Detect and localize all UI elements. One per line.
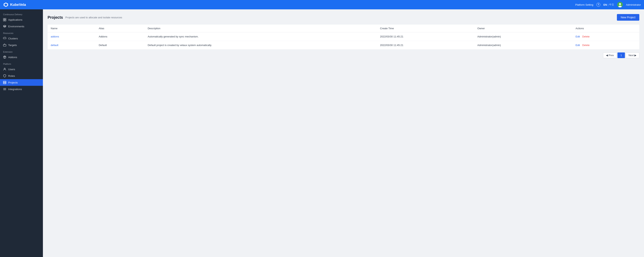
svg-rect-8 bbox=[5, 20, 6, 21]
lang-zh[interactable]: 中文 bbox=[609, 3, 614, 6]
table-icon bbox=[3, 81, 6, 84]
layout: Continuous DeliveryApplicationsEnvironme… bbox=[0, 9, 644, 257]
grid-icon bbox=[3, 18, 6, 21]
language-switcher[interactable]: EN | 中文 bbox=[604, 3, 614, 6]
lang-en[interactable]: EN bbox=[604, 3, 607, 6]
projects-table-container: Name Alias Description Create Time Owner… bbox=[48, 24, 639, 49]
sidebar-item-projects[interactable]: Projects bbox=[0, 79, 43, 86]
menu-icon bbox=[3, 88, 6, 91]
next-button[interactable]: Next ▶ bbox=[626, 52, 639, 58]
col-create-time: Create Time bbox=[377, 24, 474, 32]
col-alias: Alias bbox=[96, 24, 144, 32]
sidebar-section-label: Platform bbox=[0, 60, 43, 66]
sidebar-item-label: Applications bbox=[8, 18, 22, 21]
project-actions: EditDelete bbox=[572, 32, 639, 41]
sidebar-item-addons[interactable]: Addons bbox=[0, 54, 43, 60]
project-actions: EditDelete bbox=[572, 41, 639, 50]
sidebar-item-label: Targets bbox=[8, 44, 17, 46]
project-create-time: 2022/03/30 11:45:21 bbox=[377, 32, 474, 41]
cloud-icon bbox=[3, 37, 6, 40]
project-owner: Administrator(admin) bbox=[474, 41, 572, 50]
col-actions: Actions bbox=[572, 24, 639, 32]
sidebar-item-roles[interactable]: Roles bbox=[0, 72, 43, 79]
user-name: Administrator bbox=[626, 3, 641, 6]
sidebar-item-label: Projects bbox=[8, 81, 18, 84]
col-owner: Owner bbox=[474, 24, 572, 32]
platform-setting-link[interactable]: Platform Setting bbox=[575, 3, 593, 6]
shield-icon bbox=[3, 74, 6, 78]
logo-text: KubeVela bbox=[10, 3, 26, 7]
lang-separator: | bbox=[608, 3, 608, 6]
new-project-button[interactable]: New Project bbox=[617, 14, 639, 21]
delete-project-button[interactable]: Delete bbox=[582, 44, 590, 46]
project-alias: Addons bbox=[96, 32, 144, 41]
col-name: Name bbox=[48, 24, 96, 32]
sidebar-item-clusters[interactable]: Clusters bbox=[0, 35, 43, 42]
svg-rect-5 bbox=[3, 18, 4, 20]
project-description: Default project is created by velaux sys… bbox=[144, 41, 377, 50]
kubevela-logo bbox=[3, 2, 8, 8]
briefcase-icon bbox=[3, 44, 6, 46]
project-create-time: 2022/03/30 11:45:21 bbox=[377, 41, 474, 50]
sidebar: Continuous DeliveryApplicationsEnvironme… bbox=[0, 9, 43, 257]
layers-icon bbox=[3, 25, 6, 28]
svg-point-3 bbox=[619, 3, 621, 5]
header-right: Platform Setting ? EN | 中文 Administrator bbox=[575, 2, 641, 8]
user-icon bbox=[3, 68, 6, 71]
page-title-row: Projects Projects are used to allocate a… bbox=[48, 15, 122, 20]
project-name-link[interactable]: addons bbox=[48, 32, 96, 41]
edit-project-button[interactable]: Edit bbox=[576, 44, 580, 46]
svg-rect-11 bbox=[3, 81, 6, 84]
project-owner: Administrator(admin) bbox=[474, 32, 572, 41]
help-icon[interactable]: ? bbox=[596, 3, 600, 7]
projects-table: Name Alias Description Create Time Owner… bbox=[48, 24, 639, 49]
page-subtitle: Projects are used to allocate and isolat… bbox=[65, 16, 122, 19]
project-alias: Default bbox=[96, 41, 144, 50]
avatar bbox=[617, 2, 623, 8]
svg-rect-9 bbox=[3, 44, 6, 46]
sidebar-section-label: Continuous Delivery bbox=[0, 11, 43, 16]
sidebar-item-label: Integrations bbox=[8, 88, 22, 91]
header: KubeVela Platform Setting ? EN | 中文 Admi… bbox=[0, 0, 644, 9]
edit-project-button[interactable]: Edit bbox=[576, 35, 580, 38]
sidebar-item-applications[interactable]: Applications bbox=[0, 16, 43, 23]
sidebar-item-label: Clusters bbox=[8, 37, 18, 40]
svg-rect-7 bbox=[3, 20, 4, 21]
pagination: ◀ Prev 1 Next ▶ bbox=[48, 52, 639, 58]
avatar-icon bbox=[617, 2, 623, 8]
sidebar-section-label: Resources bbox=[0, 30, 43, 35]
sidebar-item-label: Addons bbox=[8, 56, 17, 59]
page-title: Projects bbox=[48, 15, 63, 20]
svg-rect-6 bbox=[5, 18, 6, 20]
table-row: addonsAddonsAutomatically generated by s… bbox=[48, 32, 639, 41]
prev-button[interactable]: ◀ Prev bbox=[603, 52, 617, 58]
main-content: Projects Projects are used to allocate a… bbox=[43, 9, 644, 257]
svg-point-10 bbox=[4, 68, 5, 69]
sidebar-item-label: Users bbox=[8, 68, 15, 71]
col-description: Description bbox=[144, 24, 377, 32]
sidebar-item-integrations[interactable]: Integrations bbox=[0, 86, 43, 92]
sidebar-item-users[interactable]: Users bbox=[0, 66, 43, 72]
table-row: defaultDefaultDefault project is created… bbox=[48, 41, 639, 50]
project-description: Automatically generated by sync mechanis… bbox=[144, 32, 377, 41]
project-name-link[interactable]: default bbox=[48, 41, 96, 50]
logo-area: KubeVela bbox=[3, 2, 26, 8]
page-header: Projects Projects are used to allocate a… bbox=[48, 14, 639, 21]
table-header-row: Name Alias Description Create Time Owner… bbox=[48, 24, 639, 32]
sidebar-section-label: Extension bbox=[0, 48, 43, 54]
sidebar-item-label: Roles bbox=[8, 74, 15, 78]
package-icon bbox=[3, 56, 6, 59]
table-body: addonsAddonsAutomatically generated by s… bbox=[48, 32, 639, 50]
delete-project-button[interactable]: Delete bbox=[582, 35, 590, 38]
sidebar-item-label: Environments bbox=[8, 25, 24, 28]
sidebar-item-targets[interactable]: Targets bbox=[0, 42, 43, 48]
page-1-button[interactable]: 1 bbox=[618, 52, 625, 58]
sidebar-item-environments[interactable]: Environments bbox=[0, 23, 43, 30]
